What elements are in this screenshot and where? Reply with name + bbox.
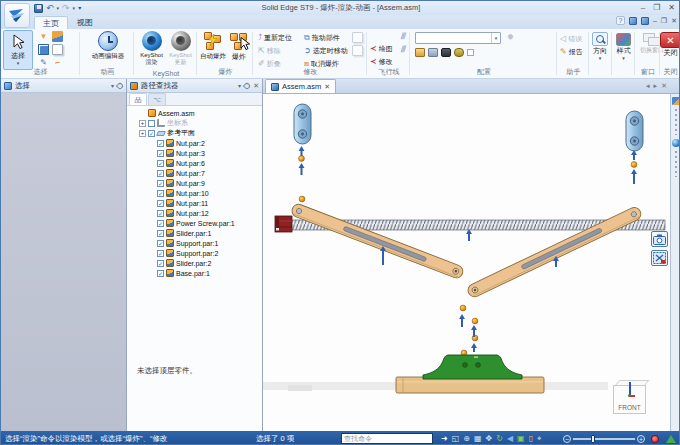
zoom-slider-thumb[interactable] [591, 435, 595, 443]
tree-item[interactable]: + ✓ Nut.par:9 [127, 178, 262, 188]
modify-extra2-icon[interactable] [352, 45, 363, 56]
3d-viewport[interactable]: FRONT [263, 94, 670, 431]
minimize-button[interactable]: – [641, 3, 645, 12]
zoom-icon[interactable]: ⊕ [463, 434, 470, 444]
camera-view-button[interactable] [651, 231, 668, 247]
tree-checkbox[interactable]: ✓ [157, 270, 164, 277]
tab-view[interactable]: 视图 [69, 16, 101, 29]
part-base[interactable] [423, 355, 522, 379]
part-support-arm-right[interactable] [466, 205, 643, 299]
tree-item[interactable]: + ✓ Support.par:1 [127, 238, 262, 248]
zoom-out-button[interactable]: − [563, 435, 571, 443]
tree-item-label[interactable]: Power Screw.par:1 [176, 220, 235, 227]
select-panel-header[interactable]: 选择 ▾ [1, 79, 126, 93]
configuration-combo[interactable]: ▾ [415, 32, 501, 44]
tree-item[interactable]: + ✓ 坐标系 [127, 118, 262, 128]
select-box-icon[interactable] [38, 44, 49, 55]
pathfinder-dock-arrow-icon[interactable]: ▾ [238, 82, 241, 89]
doc-minimize-button[interactable]: – [653, 17, 657, 24]
part-nut[interactable] [472, 318, 478, 324]
config-key-icon[interactable] [454, 48, 464, 57]
redo-dropdown-icon[interactable]: ▾ [73, 3, 76, 13]
config-display-icon[interactable] [428, 48, 438, 57]
tree-item[interactable]: + ✓ Nut.par:6 [127, 158, 262, 168]
pathfinder-tree-tab[interactable]: 品 [129, 93, 147, 105]
ribbon-display-alt-icon[interactable] [641, 17, 649, 25]
tree-item-label[interactable]: Nut.par:9 [176, 180, 205, 187]
config-stamp-icon[interactable]: ✹ [505, 32, 516, 43]
dock-arrow-icon[interactable]: ▾ [111, 82, 114, 89]
keyshot-render-button[interactable]: KeyShot 渲染 [138, 31, 165, 67]
dock-tab-icon[interactable] [672, 97, 680, 105]
flightline-toggle2-icon[interactable]: ⫻ [401, 44, 406, 55]
flightline-draw-button[interactable]: ≺ 绘图 [370, 43, 393, 54]
save-icon[interactable] [34, 4, 43, 13]
maximize-button[interactable]: ❐ [653, 3, 660, 12]
tree-item[interactable]: + ✓ Nut.par:11 [127, 198, 262, 208]
modify-extra-icon[interactable] [352, 32, 363, 43]
select-component-icon[interactable] [52, 31, 63, 42]
pathfinder-flat-tab[interactable]: ⌥ [148, 93, 166, 105]
tree-item[interactable]: + ✓ Power Screw.par:1 [127, 218, 262, 228]
app-logo-button[interactable] [4, 3, 30, 28]
zoom-area-icon[interactable]: ◱ [452, 434, 460, 444]
select-tool-button[interactable]: 选择 ▾ [3, 30, 33, 70]
combo-dropdown-icon[interactable]: ▾ [491, 33, 500, 43]
fit-arrow-icon[interactable]: ➜ [441, 434, 448, 444]
find-command-input[interactable] [341, 433, 433, 444]
document-tab-close-icon[interactable]: ✕ [324, 83, 330, 91]
config-checkbox[interactable] [467, 49, 474, 56]
doc-restore-button[interactable]: ❐ [661, 17, 667, 25]
expander-icon[interactable]: + [139, 120, 146, 127]
tree-item-label[interactable]: Assem.asm [158, 110, 195, 117]
tree-item-label[interactable]: Slider.par:1 [176, 230, 211, 237]
tree-checkbox[interactable]: ✓ [148, 130, 155, 137]
tree-checkbox[interactable]: ✓ [157, 260, 164, 267]
tree-item-label[interactable]: Support.par:2 [176, 250, 218, 257]
tree-item[interactable]: + ✓ Support.par:2 [127, 248, 262, 258]
tree-item-label[interactable]: Nut.par:3 [176, 150, 205, 157]
error-assistant-button[interactable]: ◁ 错误 [560, 33, 582, 44]
tab-scroll-right-icon[interactable]: ▸ [654, 82, 658, 90]
fit-view-icon[interactable]: ▦ [474, 434, 482, 444]
tree-item[interactable]: + ✓ Nut.par:2 [127, 138, 262, 148]
tree-item-label[interactable]: Nut.par:10 [176, 190, 209, 197]
tree-checkbox[interactable]: ✓ [157, 180, 164, 187]
tree-item-label[interactable]: 坐标系 [167, 118, 188, 128]
tree-item[interactable]: + ✓ Base.par:1 [127, 268, 262, 278]
pathfinder-header[interactable]: 路径查找器 ▾ ✕ [127, 79, 262, 93]
style-dropdown-icon[interactable]: ▾ [622, 56, 625, 60]
tree-checkbox[interactable]: ✓ [157, 210, 164, 217]
close-asm-button[interactable]: ✕ 关闭 [660, 32, 680, 58]
document-tab-assem[interactable]: Assem.asm ✕ [265, 79, 336, 93]
zoom-in-button[interactable]: + [637, 435, 645, 443]
tree-item[interactable]: + ✓ Nut.par:3 [127, 148, 262, 158]
tree-checkbox[interactable]: ✓ [157, 200, 164, 207]
tree-checkbox[interactable]: ✓ [157, 230, 164, 237]
tree-item[interactable]: + ✓ Nut.par:7 [127, 168, 262, 178]
remove-button[interactable]: ⇱ 移除 [258, 45, 281, 56]
tree-item-label[interactable]: Base.par:1 [176, 270, 210, 277]
style-button[interactable]: 样式 ▾ [616, 33, 631, 60]
refresh-icon[interactable]: ↻ [496, 434, 503, 444]
report-button[interactable]: ✎ 报告 [560, 46, 583, 57]
part-slider-right[interactable] [626, 111, 643, 151]
help-icon[interactable]: ? [616, 16, 625, 25]
tree-checkbox[interactable]: ✓ [157, 160, 164, 167]
config-folder-icon[interactable] [415, 48, 425, 57]
fit-view-button[interactable] [651, 250, 668, 266]
tree-checkbox[interactable]: ✓ [157, 190, 164, 197]
tree-item-label[interactable]: Nut.par:7 [176, 170, 205, 177]
tree-item-label[interactable]: Nut.par:11 [176, 200, 208, 207]
expander-icon[interactable]: + [139, 130, 146, 137]
tree-item[interactable]: + ✓ 参考平面 [127, 128, 262, 138]
config-camera-icon[interactable] [441, 48, 451, 57]
select-tool-icon[interactable]: ⌖ [537, 434, 542, 444]
tree-checkbox[interactable]: ✓ [157, 140, 164, 147]
record-icon[interactable] [651, 435, 659, 443]
move-selected-button[interactable]: ➲ 选定时移动 [304, 45, 348, 56]
right-dock-strip[interactable] [670, 94, 680, 431]
animation-editor-button[interactable]: 动画编辑器 [86, 31, 130, 61]
close-button[interactable]: ✕ [668, 3, 675, 12]
part-support-arm-left[interactable] [290, 202, 465, 279]
